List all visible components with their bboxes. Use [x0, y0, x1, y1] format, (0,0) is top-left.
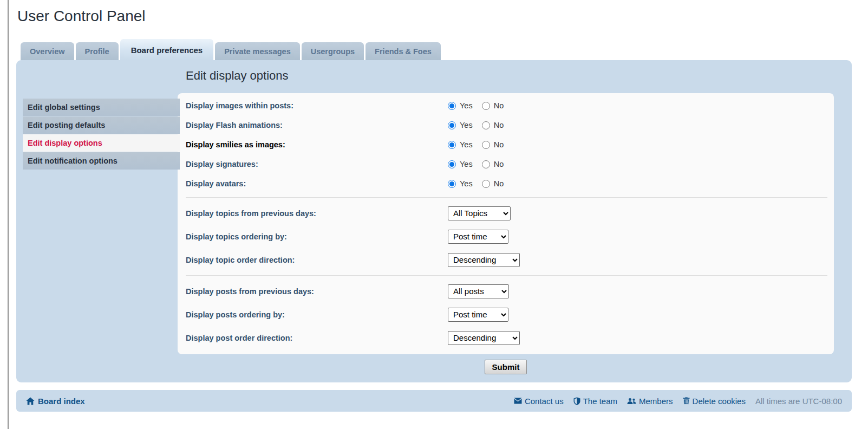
the-team-link[interactable]: The team	[573, 396, 617, 406]
radio-group: Yes No	[448, 179, 513, 188]
topics-ordering-select[interactable]: Post time	[448, 230, 508, 244]
option-label: Display Flash animations:	[186, 121, 448, 129]
option-label: Display post order direction:	[186, 334, 448, 342]
contact-us-link[interactable]: Contact us	[514, 396, 564, 406]
option-row: Display images within posts: Yes No	[178, 96, 834, 115]
option-label: Display topics ordering by:	[186, 232, 448, 241]
sidebar-item-edit-notification-options[interactable]: Edit notification options	[23, 152, 180, 170]
radio-no-label[interactable]: No	[494, 101, 504, 110]
radio-yes[interactable]	[448, 141, 456, 149]
timezone-text: All times are UTC-08:00	[755, 396, 842, 406]
radio-no[interactable]	[482, 141, 490, 149]
shield-icon	[573, 397, 580, 405]
contact-us-label: Contact us	[525, 396, 564, 406]
sidebar-item-edit-display-options[interactable]: Edit display options	[23, 134, 180, 152]
page-title: User Control Panel	[17, 8, 852, 25]
page-left-border	[8, 0, 9, 429]
home-icon	[26, 397, 35, 405]
option-row: Display avatars: Yes No	[178, 174, 834, 193]
section-divider	[186, 275, 827, 276]
option-row: Display posts from previous days: All po…	[178, 280, 834, 303]
posts-previous-days-select[interactable]: All posts	[448, 284, 509, 298]
board-preferences-panel: Edit display options Edit global setting…	[16, 60, 852, 382]
members-link[interactable]: Members	[627, 396, 673, 406]
radio-yes[interactable]	[448, 180, 456, 188]
trash-icon	[683, 397, 690, 405]
tab-bar: Overview Profile Board preferences Priva…	[21, 39, 852, 60]
page: User Control Panel Overview Profile Boar…	[0, 0, 868, 429]
radio-yes-label[interactable]: Yes	[460, 101, 473, 110]
radio-yes-label[interactable]: Yes	[460, 140, 473, 149]
radio-no-label[interactable]: No	[494, 160, 504, 168]
board-index-label: Board index	[38, 396, 85, 406]
radio-group: Yes No	[448, 101, 513, 110]
content-wrapper: User Control Panel Overview Profile Boar…	[16, 8, 852, 412]
option-label: Display topic order direction:	[186, 256, 448, 264]
option-label: Display posts ordering by:	[186, 310, 448, 319]
option-row: Display signatures: Yes No	[178, 154, 834, 174]
radio-group: Yes No	[448, 160, 513, 168]
radio-no-label[interactable]: No	[494, 121, 504, 129]
radio-no[interactable]	[482, 180, 490, 188]
posts-ordering-select[interactable]: Post time	[448, 308, 508, 322]
preferences-sidebar: Edit global settings Edit posting defaul…	[23, 99, 180, 170]
tab-friends-foes[interactable]: Friends & Foes	[366, 42, 441, 60]
tab-board-preferences[interactable]: Board preferences	[120, 39, 214, 60]
members-label: Members	[639, 396, 673, 406]
sidebar-item-edit-global-settings[interactable]: Edit global settings	[23, 99, 180, 116]
display-options-form: Display images within posts: Yes No Disp…	[178, 93, 834, 354]
topic-order-direction-select[interactable]: Descending	[448, 253, 520, 267]
tab-private-messages[interactable]: Private messages	[215, 42, 300, 60]
radio-yes-label[interactable]: Yes	[460, 121, 473, 129]
section-divider	[186, 197, 827, 198]
submit-row: Submit	[178, 354, 834, 374]
users-icon	[627, 398, 636, 405]
content-heading: Edit display options	[186, 60, 852, 85]
option-row: Display posts ordering by: Post time	[178, 303, 834, 326]
option-label: Display images within posts:	[186, 101, 448, 110]
delete-cookies-link[interactable]: Delete cookies	[683, 396, 746, 406]
sidebar-item-edit-posting-defaults[interactable]: Edit posting defaults	[23, 116, 180, 134]
topics-previous-days-select[interactable]: All Topics	[448, 206, 511, 220]
option-label: Display avatars:	[186, 179, 448, 188]
radio-group: Yes No	[448, 140, 513, 149]
option-label: Display posts from previous days:	[186, 287, 448, 296]
the-team-label: The team	[583, 396, 617, 406]
delete-cookies-label: Delete cookies	[693, 396, 746, 406]
option-label: Display topics from previous days:	[186, 209, 448, 218]
option-label: Display smilies as images:	[186, 140, 448, 149]
footer-bar: Board index Contact us The team	[16, 390, 852, 412]
radio-no[interactable]	[482, 121, 490, 129]
option-row: Display smilies as images: Yes No	[178, 135, 834, 154]
tab-usergroups[interactable]: Usergroups	[302, 42, 364, 60]
option-row: Display Flash animations: Yes No	[178, 115, 834, 135]
submit-button[interactable]: Submit	[485, 360, 527, 374]
footer-links: Contact us The team Members	[514, 396, 842, 406]
option-label: Display signatures:	[186, 160, 448, 168]
radio-no[interactable]	[482, 160, 490, 168]
option-row: Display topics from previous days: All T…	[178, 202, 834, 225]
option-row: Display topic order direction: Descendin…	[178, 248, 834, 271]
radio-yes[interactable]	[448, 160, 456, 168]
post-order-direction-select[interactable]: Descending	[448, 331, 520, 345]
radio-yes[interactable]	[448, 102, 456, 110]
radio-no-label[interactable]: No	[494, 179, 504, 188]
radio-no[interactable]	[482, 102, 490, 110]
radio-yes-label[interactable]: Yes	[460, 160, 473, 168]
radio-yes-label[interactable]: Yes	[460, 179, 473, 188]
envelope-icon	[514, 398, 522, 404]
radio-yes[interactable]	[448, 121, 456, 129]
radio-group: Yes No	[448, 121, 513, 129]
tab-profile[interactable]: Profile	[76, 42, 119, 60]
radio-no-label[interactable]: No	[494, 140, 504, 149]
tab-overview[interactable]: Overview	[21, 42, 74, 60]
option-row: Display topics ordering by: Post time	[178, 225, 834, 248]
option-row: Display post order direction: Descending	[178, 326, 834, 349]
board-index-link[interactable]: Board index	[26, 396, 85, 406]
